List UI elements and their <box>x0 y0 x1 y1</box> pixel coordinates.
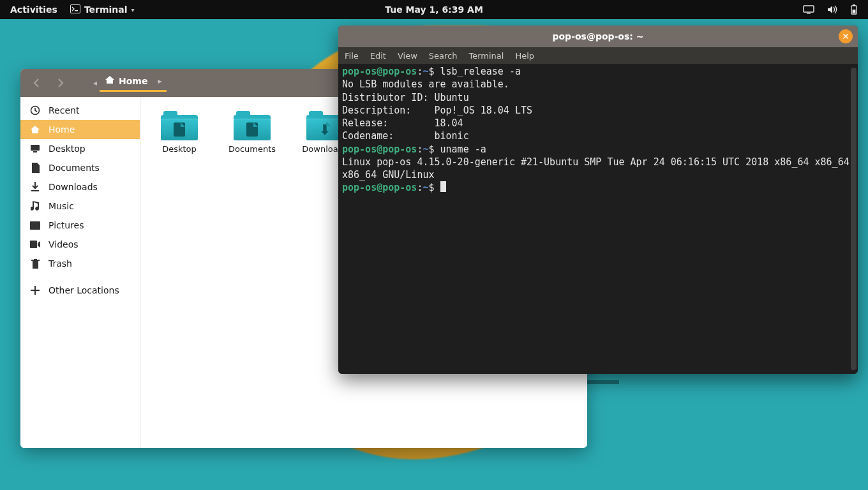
svg-rect-4 <box>807 13 811 14</box>
terminal-titlebar[interactable]: pop-os@pop-os: ~ ✕ <box>338 26 858 47</box>
folder-icon <box>234 111 271 140</box>
folder-desktop[interactable]: Desktop <box>152 111 207 154</box>
video-icon <box>29 241 41 248</box>
volume-icon[interactable] <box>823 5 841 14</box>
svg-rect-11 <box>31 190 39 191</box>
terminal-icon <box>70 4 80 15</box>
folder-icon <box>161 111 198 140</box>
svg-rect-16 <box>34 259 37 260</box>
sidebar-item-label: Videos <box>49 239 79 249</box>
chevron-down-icon: ▾ <box>131 6 135 13</box>
sidebar-item-downloads[interactable]: Downloads <box>20 177 140 197</box>
download-icon <box>29 182 41 192</box>
files-sidebar: RecentHomeDesktopDocumentsDownloadsMusic… <box>20 97 140 448</box>
topbar-app-menu[interactable]: Terminal ▾ <box>66 4 138 15</box>
menu-search[interactable]: Search <box>429 51 458 61</box>
sidebar-item-label: Documents <box>49 163 100 173</box>
menu-help[interactable]: Help <box>515 51 534 61</box>
sidebar-item-recent[interactable]: Recent <box>20 101 140 120</box>
activities-button[interactable]: Activities <box>6 4 61 15</box>
sidebar-item-trash[interactable]: Trash <box>20 254 140 273</box>
breadcrumb-caret-left: ◂ <box>93 78 97 87</box>
sidebar-item-home[interactable]: Home <box>20 120 140 139</box>
terminal-content[interactable]: pop-os@pop-os:~$ lsb_release -aNo LSB mo… <box>338 64 858 374</box>
svg-rect-9 <box>31 145 40 151</box>
folder-label: Desktop <box>162 144 197 154</box>
sidebar-item-pictures[interactable]: Pictures <box>20 216 140 235</box>
nav-forward-button[interactable] <box>50 74 70 92</box>
menu-view[interactable]: View <box>398 51 417 61</box>
clock-icon <box>29 105 41 115</box>
menu-edit[interactable]: Edit <box>370 51 386 61</box>
picture-icon <box>29 221 41 230</box>
svg-rect-3 <box>804 6 814 12</box>
sidebar-item-label: Recent <box>49 105 79 115</box>
desktop-icon <box>29 144 41 153</box>
terminal-scrollbar[interactable] <box>851 68 857 370</box>
gnome-topbar: Activities Terminal ▾ Tue May 1, 6:39 AM <box>0 0 868 19</box>
sidebar-item-label: Trash <box>49 258 72 269</box>
sidebar-item-music[interactable]: Music <box>20 197 140 216</box>
svg-rect-7 <box>853 10 856 13</box>
sidebar-item-documents[interactable]: Documents <box>20 158 140 177</box>
svg-rect-6 <box>853 4 855 6</box>
sidebar-item-label: Music <box>49 201 74 211</box>
svg-rect-1 <box>71 5 80 13</box>
sidebar-item-label: Downloads <box>49 182 98 192</box>
home-icon <box>105 75 115 86</box>
close-icon: ✕ <box>842 31 849 41</box>
trash-icon <box>29 259 41 269</box>
svg-rect-2 <box>75 10 78 11</box>
sidebar-item-label: Desktop <box>49 144 86 154</box>
doc-icon <box>29 163 41 173</box>
home-icon <box>29 125 41 134</box>
battery-icon[interactable] <box>846 4 862 15</box>
close-button[interactable]: ✕ <box>839 29 853 43</box>
plus-icon <box>29 286 41 295</box>
sidebar-item-label: Other Locations <box>49 285 119 295</box>
music-icon <box>29 201 41 211</box>
terminal-menubar: FileEditViewSearchTerminalHelp <box>338 47 858 64</box>
folder-label: Documents <box>228 144 276 154</box>
menu-terminal[interactable]: Terminal <box>468 51 504 61</box>
svg-rect-10 <box>33 151 37 152</box>
svg-rect-12 <box>30 221 40 230</box>
sidebar-item-label: Home <box>49 124 75 135</box>
menu-file[interactable]: File <box>345 51 359 61</box>
breadcrumb[interactable]: Home ▸ <box>100 74 167 92</box>
terminal-window: pop-os@pop-os: ~ ✕ FileEditViewSearchTer… <box>338 26 858 374</box>
topbar-app-label: Terminal <box>84 4 128 15</box>
sidebar-item-videos[interactable]: Videos <box>20 235 140 254</box>
breadcrumb-label: Home <box>119 76 147 86</box>
screen-icon[interactable] <box>799 5 818 14</box>
svg-rect-13 <box>30 241 37 248</box>
sidebar-item-desktop[interactable]: Desktop <box>20 139 140 158</box>
sidebar-item-other-locations[interactable]: Other Locations <box>20 281 140 300</box>
terminal-title-text: pop-os@pop-os: ~ <box>552 31 643 41</box>
folder-documents[interactable]: Documents <box>225 111 280 154</box>
topbar-clock[interactable]: Tue May 1, 6:39 AM <box>381 4 487 15</box>
sidebar-item-label: Pictures <box>49 220 84 230</box>
nav-back-button[interactable] <box>27 74 47 92</box>
svg-rect-14 <box>33 261 38 269</box>
chevron-right-icon: ▸ <box>151 77 161 85</box>
